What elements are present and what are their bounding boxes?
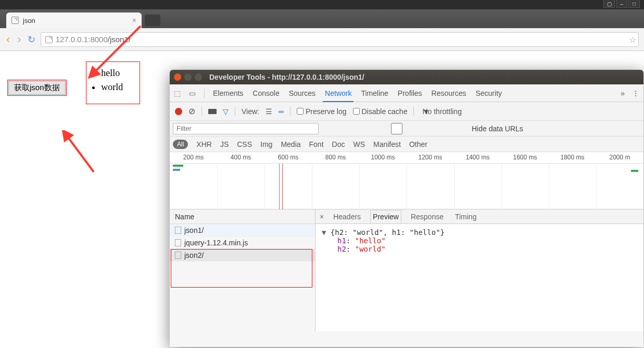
tab-network[interactable]: Network [325,84,351,102]
waterfall-icon[interactable]: ═ [279,107,284,116]
tab-resources[interactable]: Resources [432,84,466,102]
annotation-box [171,249,312,288]
address-bar[interactable]: 127.0.0.1:8000/json1/ ☆ [41,32,639,47]
expand-icon[interactable]: ▼ [322,228,331,237]
back-button[interactable]: ‹ [5,34,11,45]
type-other[interactable]: Other [409,140,427,148]
detail-tab-response[interactable]: Response [409,210,446,223]
result-list: hello world [101,66,123,94]
devtools-top-tabs: ⬚ ▭ Elements Console Sources Network Tim… [170,84,643,102]
browser-tabstrip: json × [0,9,644,28]
json-value: "world" [355,245,386,253]
tab-sources[interactable]: Sources [289,84,315,102]
close-icon[interactable]: × [132,16,136,24]
object-summary: {h2: "world", h1: "hello"} [331,228,445,237]
type-font[interactable]: Font [309,140,324,148]
tab-timeline[interactable]: Timeline [361,84,388,102]
type-manifest[interactable]: Manifest [373,140,401,148]
maximize-icon[interactable] [195,73,202,81]
type-xhr[interactable]: XHR [196,140,212,148]
network-toolbar: ⊘ ▽ View: ☰ ═ Preserve log Disable cache… [170,102,643,121]
type-img[interactable]: Img [260,140,272,148]
hide-data-urls-checkbox[interactable]: Hide data URLs [324,123,523,134]
device-icon[interactable]: ▭ [189,89,196,97]
record-button[interactable] [175,108,182,115]
request-row[interactable]: json1/ [170,224,315,237]
url-text: 127.0.0.1:8000/json1/ [56,35,131,44]
detail-tab-timing[interactable]: Timing [453,210,479,223]
separator [204,89,205,98]
inspect-icon[interactable]: ⬚ [174,89,181,97]
tab-elements[interactable]: Elements [213,84,243,102]
capture-screenshot-icon[interactable] [208,109,217,114]
list-item: hello [101,66,123,80]
devtools-titlebar[interactable]: Developer Tools - http://127.0.0.1:8000/… [170,70,643,84]
reload-button[interactable]: ↻ [28,34,35,45]
close-icon[interactable] [174,73,181,81]
tab-console[interactable]: Console [252,84,279,102]
tab-security[interactable]: Security [475,84,502,102]
url-path: /json1/ [108,35,131,44]
minimize-icon[interactable]: – [616,0,627,8]
user-icon[interactable]: ▢ [603,0,615,8]
json-value: "hello" [355,237,386,245]
more-tabs-icon[interactable]: » [621,89,625,97]
type-all[interactable]: All [173,140,188,149]
request-row[interactable]: jquery-1.12.4.min.js [170,237,315,249]
column-header-name[interactable]: Name [170,209,315,224]
preserve-log-checkbox[interactable]: Preserve log [297,107,347,116]
timeline-tick: 1200 ms [407,152,454,163]
tab-title: json [23,17,128,24]
type-ws[interactable]: WS [353,140,365,148]
filter-input[interactable] [173,123,319,134]
close-icon[interactable]: × [320,213,324,221]
file-icon [45,36,53,43]
get-json-button[interactable]: 获取json数据 [8,81,66,95]
file-icon [175,227,181,234]
file-icon [11,17,19,24]
bookmark-icon[interactable]: ☆ [629,34,636,44]
devtools-window: Developer Tools - http://127.0.0.1:8000/… [170,70,643,347]
separator [290,107,291,116]
separator [413,107,414,116]
timeline-tick: 1600 ms [501,152,549,163]
new-tab-button[interactable] [145,15,160,26]
type-doc[interactable]: Doc [332,140,345,148]
disable-cache-checkbox[interactable]: Disable cache [353,107,408,116]
timeline-tick: 1800 ms [549,152,596,163]
maximize-icon[interactable]: □ [628,0,640,8]
detail-tab-headers[interactable]: Headers [331,210,363,223]
view-label: View: [242,107,259,116]
tab-profiles[interactable]: Profiles [398,84,422,102]
large-rows-icon[interactable]: ☰ [266,107,272,116]
type-css[interactable]: CSS [237,140,252,148]
waterfall-overview[interactable]: 200 ms 400 ms 600 ms 800 ms 1000 ms 1200… [170,152,643,209]
request-detail: × Headers Preview Response Timing ▼ {h2:… [315,209,643,331]
annotation-box: hello world [86,61,140,104]
clear-button[interactable]: ⊘ [188,106,195,116]
minimize-icon[interactable] [184,73,192,81]
timeline-tick: 400 ms [217,152,264,163]
throttling-dropdown[interactable]: No throttling ▼ [422,107,461,116]
timeline-tick: 800 ms [312,152,359,163]
menu-icon[interactable]: ⋮ [632,89,639,97]
annotation-box: 获取json数据 [7,80,67,96]
type-media[interactable]: Media [281,140,300,148]
browser-tab[interactable]: json × [6,13,142,28]
browser-navbar: ‹ › ↻ 127.0.0.1:8000/json1/ ☆ [0,28,644,51]
list-item: world [101,80,123,94]
json-key: h2 [337,245,346,253]
url-host: 127.0.0.1:8000 [56,35,108,44]
os-titlebar: ▢ – □ [0,0,644,9]
network-bottom: Name json1/ jquery-1.12.4.min.js json2/ … [170,209,643,331]
timeline-tick: 1000 ms [359,152,407,163]
resource-type-bar: All XHR JS CSS Img Media Font Doc WS Man… [170,136,643,152]
devtools-title: Developer Tools - http://127.0.0.1:8000/… [209,73,364,81]
timeline-tick: 2000 m [596,152,643,163]
filter-icon[interactable]: ▽ [223,107,229,116]
timeline-tick: 200 ms [170,152,217,163]
file-icon [175,239,181,246]
type-js[interactable]: JS [220,140,229,148]
timeline-tick: 600 ms [264,152,312,163]
detail-tab-preview[interactable]: Preview [370,210,401,223]
